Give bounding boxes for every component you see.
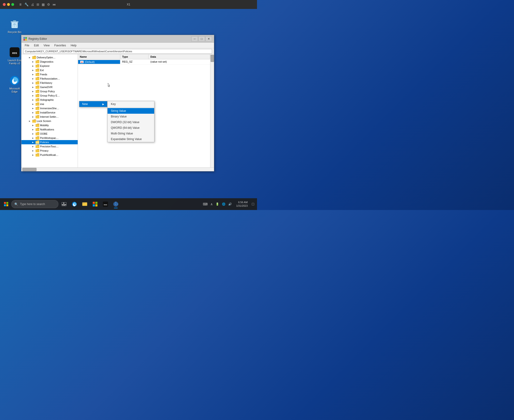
- submenu-expandable-label: Expandable String Value: [111, 137, 142, 141]
- submenu-item-expandable[interactable]: Expandable String Value: [108, 136, 154, 142]
- tree-item-deliveryoptim[interactable]: ▶ DeliveryOptim…: [22, 55, 78, 60]
- reg-tree[interactable]: ▶ DeliveryOptim… ▶ Diagnostics ▶: [22, 54, 78, 167]
- values-header: Name Type Data: [78, 54, 210, 59]
- tree-item-ime[interactable]: ▶ ime: [22, 102, 78, 106]
- folder-icon: [36, 64, 39, 68]
- taskview-button[interactable]: [59, 199, 69, 209]
- taskbar-eosgame-button[interactable]: [111, 199, 120, 209]
- submenu-item-multistring[interactable]: Multi-String Value: [108, 131, 154, 136]
- keyboard-icon[interactable]: ⌨: [202, 201, 209, 207]
- reg-address-field[interactable]: Computer\HKEY_CURRENT_USER\SOFTWARE\Micr…: [23, 49, 212, 54]
- pause-icon[interactable]: ⏸: [19, 3, 22, 6]
- chevron-up-icon[interactable]: ∧: [209, 201, 214, 207]
- tree-item-internetsetting[interactable]: ▶ Internet Settin…: [22, 115, 78, 119]
- tree-item-lockscreen[interactable]: ▶ Lock Screen: [22, 119, 78, 123]
- tree-item-ext[interactable]: ▶ Ext: [22, 68, 78, 72]
- submenu-item-binaryvalue[interactable]: Binary Value: [108, 114, 154, 119]
- expand-arrow: ▶: [29, 120, 32, 122]
- svg-rect-28: [95, 204, 97, 206]
- search-bar[interactable]: 🔍 Type here to search: [11, 200, 58, 208]
- submenu-item-stringvalue[interactable]: String Value: [108, 108, 154, 114]
- tree-item-notifications[interactable]: ▶ Notifications: [22, 127, 78, 132]
- volume-icon[interactable]: 🔊: [227, 202, 233, 207]
- network-icon[interactable]: 🌐: [221, 202, 226, 207]
- menu-favorites[interactable]: Favorites: [52, 43, 68, 48]
- taskbar-eos-button[interactable]: eos: [101, 199, 110, 209]
- tree-item-privacy[interactable]: ▶ Privacy: [22, 149, 78, 153]
- rewind-icon[interactable]: ⏮: [52, 3, 56, 6]
- traffic-lights[interactable]: [3, 3, 14, 6]
- scan-icon[interactable]: ⊞: [37, 3, 39, 6]
- menu-view[interactable]: View: [41, 43, 52, 48]
- tree-item-holographic[interactable]: ▶ Holographic: [22, 98, 78, 102]
- settings-icon[interactable]: ⚙: [47, 3, 50, 6]
- reg-hscrollbar[interactable]: [22, 167, 214, 171]
- start-button[interactable]: [2, 200, 10, 208]
- taskbar-edge-button[interactable]: [70, 199, 79, 209]
- value-row-default[interactable]: ab (Default) REG_SZ (value not set): [78, 59, 210, 65]
- value-name-cell[interactable]: ab (Default): [78, 60, 120, 64]
- tree-label: ime: [40, 103, 44, 105]
- tree-item-penworkspace[interactable]: ▶ PenWorkspac…: [22, 136, 78, 140]
- expand-arrow: ▶: [32, 133, 36, 135]
- reg-minimize-button[interactable]: ─: [191, 36, 198, 41]
- scrollbar-thumb[interactable]: [211, 55, 214, 62]
- folder-icon: [36, 136, 39, 140]
- tree-item-gamedvr[interactable]: ▶ GameDVR: [22, 85, 78, 89]
- tool-icon[interactable]: 🔧: [24, 3, 29, 6]
- expand-arrow: ▶: [32, 86, 36, 88]
- tree-label: FileHistory: [40, 82, 52, 84]
- folder-icon: [36, 98, 39, 101]
- svg-text:eos: eos: [12, 51, 17, 55]
- reg-scrollbar[interactable]: [210, 54, 214, 167]
- folder-icon-selected: [36, 141, 39, 144]
- menu-help[interactable]: Help: [68, 43, 79, 48]
- minimize-button[interactable]: [7, 3, 10, 6]
- tree-item-immersiveshe[interactable]: ▶ ImmersiveShe…: [22, 106, 78, 110]
- tree-item-precisiontouch[interactable]: ▶ PrecisionTouc…: [22, 144, 78, 149]
- menu-edit[interactable]: Edit: [31, 43, 41, 48]
- media-icon[interactable]: ▦: [42, 3, 45, 6]
- tree-item-diagnostics[interactable]: ▶ Diagnostics: [22, 60, 78, 64]
- taskbar-explorer-button[interactable]: [80, 199, 89, 209]
- expand-arrow: ▶: [32, 116, 36, 118]
- system-clock[interactable]: 6:56 AM 1/31/2023: [234, 200, 249, 209]
- notification-button[interactable]: □: [251, 201, 255, 207]
- svg-rect-11: [23, 39, 25, 40]
- col-name: Name: [78, 54, 120, 59]
- tree-item-grouppolicye[interactable]: ▶ Group Policy E…: [22, 93, 78, 98]
- search-text: Type here to search: [20, 202, 45, 206]
- tree-item-fileassociation[interactable]: ▶ FileAssociation…: [22, 76, 78, 81]
- tree-label: Internet Settin…: [40, 115, 59, 118]
- close-button[interactable]: [3, 3, 6, 6]
- recycle-bin-icon[interactable]: Recycle Bin: [5, 18, 24, 34]
- expand-arrow: ▶: [32, 124, 36, 127]
- hscrollbar-thumb[interactable]: [22, 168, 37, 171]
- folder-icon: [36, 60, 39, 63]
- reg-close-button[interactable]: ✕: [205, 36, 212, 41]
- menu-file[interactable]: File: [22, 43, 31, 48]
- tree-item-filehistory[interactable]: ▶ FileHistory: [22, 81, 78, 85]
- reg-restore-button[interactable]: □: [198, 36, 205, 41]
- print-icon[interactable]: 🖨: [31, 3, 34, 6]
- folder-icon: [36, 90, 39, 93]
- submenu-item-qword[interactable]: QWORD (64-bit) Value: [108, 125, 154, 131]
- tree-item-oobe[interactable]: ▶ OOBE: [22, 132, 78, 136]
- submenu-item-key[interactable]: Key: [108, 101, 154, 107]
- tree-item-mobility[interactable]: ▶ Mobility: [22, 123, 78, 127]
- tree-item-feeds[interactable]: ▶ Feeds: [22, 72, 78, 76]
- reg-addressbar: Computer\HKEY_CURRENT_USER\SOFTWARE\Micr…: [22, 48, 214, 54]
- tree-item-installservice[interactable]: ▶ InstallService: [22, 110, 78, 115]
- maximize-button[interactable]: [11, 3, 14, 6]
- battery-icon[interactable]: 🔋: [215, 202, 220, 207]
- svg-rect-18: [64, 202, 66, 204]
- submenu-item-dword[interactable]: DWORD (32-bit) Value: [108, 119, 154, 125]
- ctx-item-new[interactable]: New ▶: [79, 101, 107, 107]
- tree-item-grouppolicy[interactable]: ▶ Group Policy: [22, 89, 78, 93]
- tree-item-explorer[interactable]: ▶ Explorer: [22, 64, 78, 68]
- tree-item-policies[interactable]: ▶ Policies: [22, 140, 78, 144]
- registry-editor-window: Registry Editor ─ □ ✕ File Edit View Fav…: [21, 35, 214, 171]
- taskbar-store-button[interactable]: [90, 199, 100, 209]
- tree-label: PrecisionTouc…: [40, 145, 59, 148]
- tree-item-pushnotificati[interactable]: ▶ PushNotificati…: [22, 153, 78, 157]
